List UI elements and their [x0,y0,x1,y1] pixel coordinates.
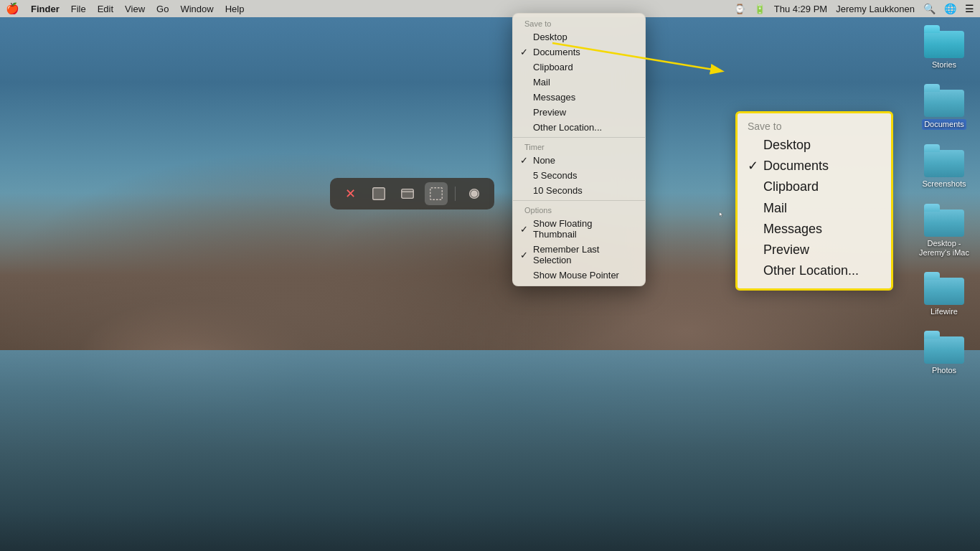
desktop-jeremys-imac-label: Desktop - Jeremy's iMac [919,239,969,258]
menu-item-10-seconds[interactable]: 10 Seconds [513,183,645,198]
menu-item-5-seconds[interactable]: 5 Seconds [513,168,645,183]
edit-menu[interactable]: Edit [98,4,113,14]
callout-item-documents: Documents [748,156,881,176]
menu-item-show-mouse-pointer[interactable]: Show Mouse Pointer [513,268,645,283]
menu-item-other-location[interactable]: Other Location... [513,120,645,135]
menu-divider-1 [513,137,645,138]
desktop-icons: Stories Documents Screenshots Desktop - … [915,25,973,375]
zoomed-callout: Save to Desktop Documents Clipboard Mail… [735,111,893,291]
lifewire-label: Lifewire [930,307,958,316]
globe-icon[interactable]: 🌐 [944,3,956,14]
menu-item-show-floating-thumbnail[interactable]: Show Floating Thumbnail [513,216,645,242]
menu-bar: 🍎 Finder File Edit View Go Window Help ⌚… [0,0,980,17]
toolbar-separator [455,187,456,201]
finder-menu[interactable]: Finder [31,4,60,14]
callout-item-messages: Messages [748,219,881,240]
stories-label: Stories [932,60,956,70]
callout-item-clipboard: Clipboard [748,176,881,197]
svg-rect-3 [430,188,443,200]
wifi-icon[interactable]: ⌚ [734,4,745,14]
toolbar-window-button[interactable] [396,182,419,205]
timer-header: Timer [513,140,645,153]
menubar-right: ⌚ 🔋 Thu 4:29 PM Jeremy Laukkonen 🔍 🌐 ☰ [734,3,974,14]
window-menu[interactable]: Window [180,4,213,14]
menu-item-clipboard[interactable]: Clipboard [513,60,645,75]
svg-rect-0 [373,188,385,200]
clock: Thu 4:29 PM [774,4,827,14]
menu-item-desktop[interactable]: Desktop [513,29,645,44]
callout-item-preview: Preview [748,240,881,260]
dropdown-menu: Save to Desktop Documents Clipboard Mail… [512,13,646,286]
callout-item-mail: Mail [748,198,881,219]
screenshots-label: Screenshots [922,179,966,189]
ocean-overlay [0,350,980,551]
photos-label: Photos [932,366,956,375]
toolbar-close-button[interactable]: ✕ [339,182,362,205]
menubar-left: 🍎 Finder File Edit View Go Window Help [6,2,244,15]
screenshot-toolbar: ✕ [330,178,494,209]
apple-menu[interactable]: 🍎 [6,2,19,15]
menu-item-none[interactable]: None [513,153,645,168]
save-to-header: Save to [513,17,645,29]
window-capture-icon [400,186,415,202]
desktop-icon-documents[interactable]: Documents [915,84,973,130]
menu-divider-2 [513,200,645,201]
options-header: Options [513,203,645,216]
file-menu[interactable]: File [71,4,86,14]
search-icon[interactable]: 🔍 [923,3,936,14]
desktop-icon-lifewire[interactable]: Lifewire [915,272,973,316]
toolbar-fullscreen-button[interactable] [367,182,390,205]
callout-item-desktop: Desktop [748,135,881,156]
username: Jeremy Laukkonen [836,4,915,14]
help-menu[interactable]: Help [225,4,245,14]
menu-item-messages[interactable]: Messages [513,90,645,105]
fullscreen-icon [371,186,387,202]
desktop-icon-stories[interactable]: Stories [915,25,973,70]
toolbar-selection-button[interactable] [425,182,448,205]
svg-point-5 [471,191,476,196]
view-menu[interactable]: View [125,4,145,14]
callout-item-other-location: Other Location... [748,260,881,281]
menu-item-mail[interactable]: Mail [513,75,645,90]
record-icon [466,186,482,202]
callout-save-to-header: Save to [748,121,881,132]
desktop-icon-photos[interactable]: Photos [915,331,973,375]
list-icon[interactable]: ☰ [965,3,974,14]
battery-icon[interactable]: 🔋 [754,4,765,14]
svg-rect-1 [402,189,414,199]
desktop-icon-screenshots[interactable]: Screenshots [915,144,973,189]
desktop-icon-desktop-jeremys-imac[interactable]: Desktop - Jeremy's iMac [915,204,973,258]
selection-capture-icon [428,186,444,202]
go-menu[interactable]: Go [156,4,169,14]
documents-label: Documents [922,119,966,130]
menu-item-documents[interactable]: Documents [513,44,645,60]
toolbar-record-button[interactable] [463,182,486,205]
menu-item-preview[interactable]: Preview [513,105,645,120]
menu-item-remember-last-selection[interactable]: Remember Last Selection [513,242,645,268]
